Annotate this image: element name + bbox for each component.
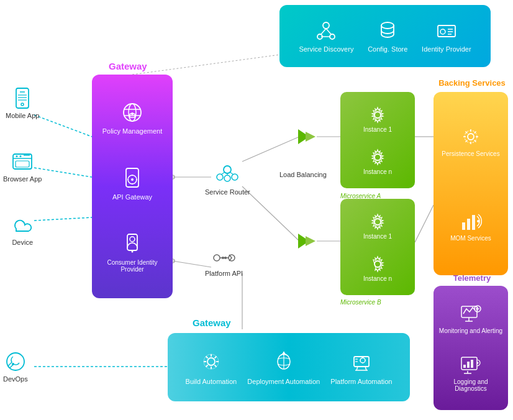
id-card-icon <box>435 19 458 42</box>
bottom-gateway-label: Gateway <box>193 317 231 328</box>
gear-icon-bn <box>368 254 388 274</box>
service-discovery-item: Service Discovery <box>299 19 353 53</box>
svg-line-19 <box>321 29 326 34</box>
svg-point-18 <box>330 34 335 39</box>
ms-b-instance1: Instance 1 <box>363 212 392 240</box>
svg-line-103 <box>356 367 358 370</box>
monitoring-item: Monitoring and Alerting <box>439 304 502 334</box>
svg-point-71 <box>375 219 381 225</box>
svg-point-59 <box>217 174 223 180</box>
api-gateway-item: API Gateway <box>112 166 152 201</box>
svg-point-89 <box>477 362 479 364</box>
svg-line-2 <box>34 217 92 221</box>
svg-line-62 <box>221 172 225 175</box>
mom-item: MOM Services <box>450 210 491 242</box>
bottom-gateway-panel: Build Automation Deployment Automation <box>168 333 410 401</box>
gateway-label: Gateway <box>109 61 147 71</box>
top-services-panel: Service Discovery Config. Store Identity… <box>279 5 491 67</box>
platform-api-icon <box>212 249 237 267</box>
build-auto-item: Build Automation <box>186 349 237 385</box>
gear-icon-an <box>368 147 388 167</box>
mobile-app-item: Mobile App <box>3 87 42 119</box>
ms-a-instancen: Instance n <box>363 147 392 175</box>
svg-point-96 <box>224 257 227 259</box>
database-icon <box>376 19 399 42</box>
gear-icon-a1 <box>368 105 388 125</box>
gear-icon-b1 <box>368 212 388 232</box>
gear-grid-icon <box>460 126 482 148</box>
consumer-identity-item: Consumer Identity Provider <box>98 232 166 273</box>
svg-point-36 <box>131 178 134 181</box>
identity-provider-item: Identity Provider <box>422 19 471 53</box>
svg-marker-66 <box>306 132 316 142</box>
svg-point-95 <box>222 257 224 259</box>
browser-app-item: Browser App <box>3 150 42 183</box>
mux-b-icon <box>298 234 317 249</box>
service-router-item: Service Router <box>205 158 250 196</box>
backing-services-panel: Persistence Services MOM Services <box>434 92 508 275</box>
platform-auto-item: Platform Automation <box>330 349 392 385</box>
mux-a-icon <box>298 129 317 144</box>
cloud-icon <box>11 214 34 236</box>
svg-line-64 <box>230 172 234 175</box>
persistence-item: Persistence Services <box>442 126 499 157</box>
svg-line-7 <box>242 186 299 241</box>
chart-wifi-icon <box>460 210 482 232</box>
svg-point-53 <box>20 155 22 157</box>
device-item: Device <box>3 214 42 246</box>
wrench-icon <box>4 350 27 373</box>
mobile-settings-icon <box>120 166 145 191</box>
svg-point-61 <box>232 174 238 180</box>
svg-rect-87 <box>467 362 470 368</box>
svg-point-24 <box>440 29 445 34</box>
svg-point-22 <box>381 22 394 29</box>
svg-rect-44 <box>16 88 29 108</box>
user-phone-icon <box>120 232 145 257</box>
telemetry-label: Telemetry <box>435 273 509 283</box>
load-balancing-label: Load Balancing <box>279 171 327 178</box>
svg-point-78 <box>477 220 479 222</box>
svg-point-43 <box>132 251 134 253</box>
svg-point-73 <box>468 134 474 140</box>
config-store-item: Config. Store <box>368 19 407 53</box>
svg-rect-86 <box>463 365 466 368</box>
logging-item: Logging and Diagnostics <box>438 355 503 392</box>
svg-line-20 <box>326 29 331 34</box>
platform-auto-icon <box>349 349 374 374</box>
backing-services-label: Backing Services <box>435 78 509 88</box>
svg-point-16 <box>323 22 329 29</box>
svg-line-1 <box>34 168 92 177</box>
gateway-panel: Policy Management API Gateway Consumer I… <box>92 75 173 298</box>
svg-rect-55 <box>16 161 29 167</box>
ms-a-instance1: Instance 1 <box>363 105 392 133</box>
svg-marker-68 <box>306 236 316 246</box>
clients-list: Mobile App Browser App Device <box>3 87 42 246</box>
svg-point-33 <box>131 112 134 115</box>
chart-bar-icon <box>460 355 481 376</box>
svg-line-0 <box>34 115 92 137</box>
globe-lock-icon <box>120 100 145 125</box>
browser-icon <box>11 150 34 173</box>
mobile-icon <box>11 87 34 109</box>
deploy-auto-item: Deployment Automation <box>247 349 320 385</box>
svg-rect-77 <box>472 215 475 230</box>
svg-rect-76 <box>467 219 470 230</box>
devops-item: DevOps <box>3 350 28 383</box>
deploy-icon <box>271 349 296 374</box>
ms-b-label: Microservice B <box>340 299 381 306</box>
svg-point-97 <box>207 358 215 365</box>
svg-rect-88 <box>471 360 473 368</box>
microservice-a-panel: Instance 1 Instance n <box>340 92 415 188</box>
gear-build-icon <box>199 349 224 374</box>
svg-point-42 <box>130 237 135 242</box>
svg-line-6 <box>242 137 299 162</box>
svg-point-52 <box>16 155 18 157</box>
ms-b-instancen: Instance n <box>363 254 392 282</box>
svg-point-106 <box>360 358 365 363</box>
svg-rect-75 <box>462 222 465 230</box>
svg-point-60 <box>224 175 230 181</box>
network-icon <box>315 19 337 42</box>
architecture-diagram: Service Discovery Config. Store Identity… <box>0 0 513 420</box>
svg-line-11 <box>415 205 434 242</box>
monitor-chart-icon <box>460 304 481 325</box>
